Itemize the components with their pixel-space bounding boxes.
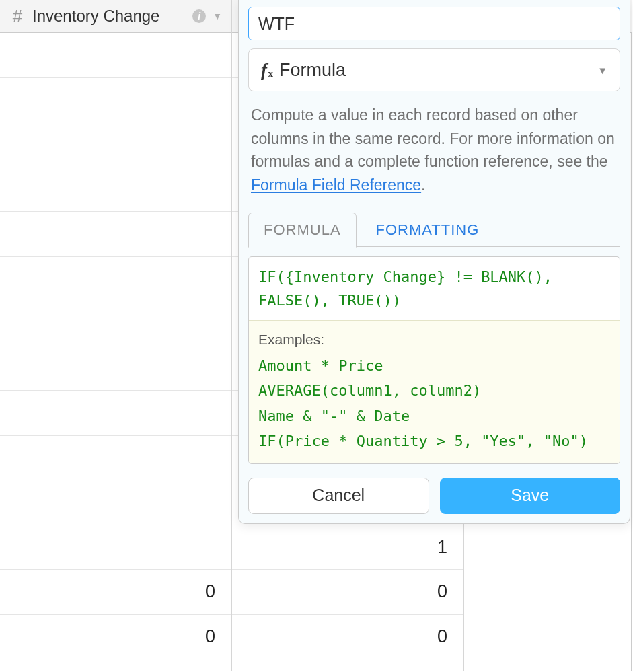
example-line: Amount * Price	[258, 353, 610, 378]
cell-inventory-change[interactable]	[0, 480, 231, 525]
info-icon[interactable]: i	[192, 9, 206, 23]
tab-formatting[interactable]: FORMATTING	[361, 213, 495, 248]
example-line: Name & "-" & Date	[258, 404, 610, 428]
cell-inventory-change[interactable]	[0, 301, 231, 346]
cell-inventory-change[interactable]: 0	[0, 615, 231, 660]
cell-wtf[interactable]: 1	[232, 525, 463, 570]
field-name-input[interactable]	[248, 7, 620, 40]
tab-formula[interactable]: FORMULA	[248, 213, 357, 248]
example-line: IF(Price * Quantity > 5, "Yes", "No")	[258, 428, 610, 453]
cell-inventory-change[interactable]	[0, 391, 231, 436]
formula-reference-link[interactable]: Formula Field Reference	[251, 176, 421, 194]
formula-examples: Examples: Amount * PriceAVERAGE(column1,…	[249, 321, 620, 463]
chevron-down-icon[interactable]: ▼	[213, 11, 222, 22]
cell-inventory-change[interactable]	[0, 257, 231, 302]
field-type-label: Formula	[279, 60, 597, 81]
column-name: Inventory Change	[32, 7, 186, 26]
cell-inventory-change[interactable]	[0, 346, 231, 391]
example-line: AVERAGE(column1, column2)	[258, 378, 610, 403]
save-button[interactable]: Save	[440, 478, 621, 514]
cell-inventory-change[interactable]	[0, 525, 231, 570]
field-type-select[interactable]: fx Formula ▼	[248, 48, 620, 91]
field-type-description: Compute a value in each record based on …	[248, 104, 620, 196]
panel-tabs: FORMULA FORMATTING	[248, 211, 620, 247]
cell-inventory-change[interactable]	[0, 436, 231, 481]
formula-icon: fx	[261, 60, 267, 81]
cancel-button[interactable]: Cancel	[248, 478, 429, 514]
field-config-panel: fx Formula ▼ Compute a value in each rec…	[238, 0, 630, 524]
cell-inventory-change[interactable]	[0, 212, 231, 257]
cell-inventory-change[interactable]	[0, 122, 231, 167]
cell-wtf[interactable]: 0	[232, 615, 463, 660]
formula-input[interactable]: IF({Inventory Change} != BLANK(), FALSE(…	[249, 257, 620, 321]
cell-inventory-change[interactable]	[0, 78, 231, 123]
cell-inventory-change[interactable]	[0, 33, 231, 78]
column-header-inventory-change[interactable]: # Inventory Change i ▼	[0, 0, 231, 33]
number-type-icon: #	[9, 6, 26, 27]
formula-editor-container: IF({Inventory Change} != BLANK(), FALSE(…	[248, 256, 620, 464]
cell-inventory-change[interactable]	[0, 167, 231, 213]
chevron-down-icon: ▼	[597, 65, 607, 76]
examples-title: Examples:	[258, 328, 610, 352]
cell-inventory-change[interactable]: 0	[0, 570, 231, 615]
cell-wtf[interactable]: 0	[232, 570, 463, 615]
